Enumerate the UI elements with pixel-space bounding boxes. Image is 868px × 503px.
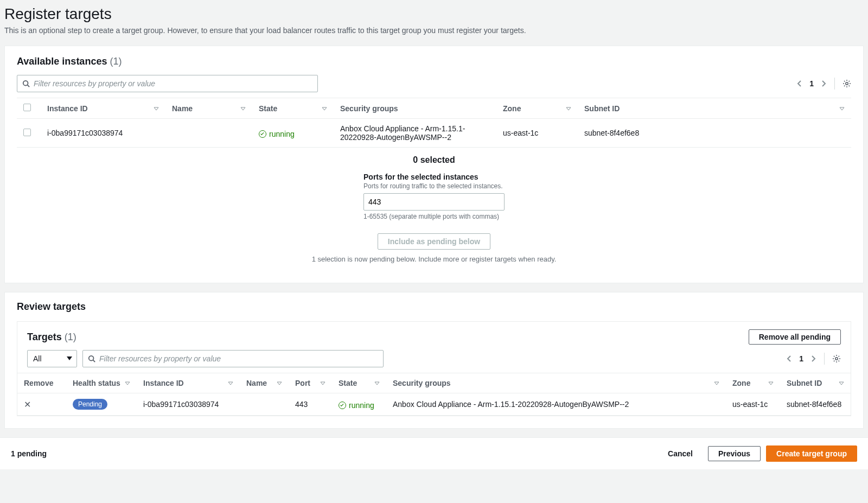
sort-caret-icon[interactable] xyxy=(320,380,326,386)
available-filter-input[interactable] xyxy=(17,75,318,92)
row-checkbox[interactable] xyxy=(23,129,31,136)
svg-marker-8 xyxy=(67,356,72,360)
ports-sublabel: Ports for routing traffic to the selecte… xyxy=(363,182,505,190)
port-cell: 443 xyxy=(289,393,332,416)
remove-row-button[interactable]: ✕ xyxy=(24,399,31,410)
ports-input[interactable] xyxy=(363,193,505,211)
select-all-checkbox[interactable] xyxy=(23,104,31,111)
targets-title: Targets (1) xyxy=(27,332,76,343)
svg-point-2 xyxy=(846,82,848,85)
sort-caret-icon[interactable] xyxy=(154,106,159,111)
ports-label: Ports for the selected instances xyxy=(363,173,505,181)
ports-hint: 1-65535 (separate multiple ports with co… xyxy=(363,213,505,220)
svg-marker-19 xyxy=(839,382,844,385)
previous-button[interactable]: Previous xyxy=(708,446,761,461)
svg-line-1 xyxy=(28,85,30,87)
svg-marker-15 xyxy=(321,382,325,385)
sort-caret-icon[interactable] xyxy=(125,380,130,386)
page-description: This is an optional step to create a tar… xyxy=(4,26,864,35)
sort-caret-icon[interactable] xyxy=(768,380,774,386)
svg-marker-5 xyxy=(322,107,327,110)
footer-bar: 1 pending Cancel Previous Create target … xyxy=(0,437,868,469)
running-status-icon xyxy=(339,402,346,409)
search-icon xyxy=(22,80,30,87)
targets-table: Remove Health status Instance ID Name Po… xyxy=(17,373,851,416)
svg-marker-3 xyxy=(154,107,158,110)
sort-caret-icon[interactable] xyxy=(839,106,845,111)
svg-marker-4 xyxy=(241,107,245,110)
pending-count: 1 pending xyxy=(11,449,47,458)
zone-cell: us-east-1c xyxy=(726,393,780,416)
svg-marker-18 xyxy=(769,382,773,385)
sort-caret-icon[interactable] xyxy=(839,380,844,386)
sort-caret-icon[interactable] xyxy=(240,106,246,111)
next-page-button[interactable] xyxy=(821,80,827,87)
remove-all-pending-button[interactable]: Remove all pending xyxy=(749,329,841,345)
subnet-cell: subnet-8f4ef6e8 xyxy=(780,393,851,416)
instance-id-cell: i-0ba99171c03038974 xyxy=(41,119,165,148)
targets-subpanel: Targets (1) Remove all pending All xyxy=(17,321,851,416)
targets-filter-dropdown[interactable]: All xyxy=(27,350,77,367)
sort-caret-icon[interactable] xyxy=(566,106,571,111)
sort-caret-icon[interactable] xyxy=(228,380,233,386)
health-status-badge: Pending xyxy=(73,399,107,410)
svg-marker-7 xyxy=(840,107,844,110)
svg-line-10 xyxy=(93,360,95,362)
available-instances-panel: Available instances (1) 1 xyxy=(4,46,864,283)
sort-caret-icon[interactable] xyxy=(322,106,327,111)
name-cell xyxy=(240,393,289,416)
zone-cell: us-east-1c xyxy=(496,119,578,148)
page-title: Register targets xyxy=(4,5,864,23)
available-instances-title: Available instances (1) xyxy=(17,56,851,67)
subnet-cell: subnet-8f4ef6e8 xyxy=(578,119,851,148)
security-groups-cell: Anbox Cloud Appliance - Arm-1.15.1-20220… xyxy=(386,393,726,416)
running-status-icon xyxy=(259,130,266,138)
state-cell: running xyxy=(332,393,386,416)
sort-caret-icon[interactable] xyxy=(374,380,380,386)
svg-point-9 xyxy=(89,356,94,361)
security-groups-cell: Anbox Cloud Appliance - Arm-1.15.1-20220… xyxy=(334,119,496,148)
targets-filter-input[interactable] xyxy=(82,350,384,367)
prev-page-button[interactable] xyxy=(786,355,792,362)
table-row[interactable]: i-0ba99171c03038974 running Anbox Cloud … xyxy=(17,119,851,148)
review-targets-title: Review targets xyxy=(5,292,863,313)
create-target-group-button[interactable]: Create target group xyxy=(766,445,857,462)
svg-marker-12 xyxy=(125,382,130,385)
prev-page-button[interactable] xyxy=(796,80,802,87)
cancel-button[interactable]: Cancel xyxy=(658,446,703,461)
svg-point-0 xyxy=(23,81,28,86)
settings-gear-icon[interactable] xyxy=(843,79,851,88)
svg-marker-16 xyxy=(375,382,379,385)
instance-id-cell: i-0ba99171c03038974 xyxy=(137,393,240,416)
available-instances-table: Instance ID Name State Security groups Z… xyxy=(17,98,851,148)
name-cell xyxy=(165,119,252,148)
state-cell: running xyxy=(252,119,334,148)
review-targets-panel: Review targets Targets (1) Remove all pe… xyxy=(4,292,864,429)
svg-marker-6 xyxy=(566,107,571,110)
page-number: 1 xyxy=(809,79,814,88)
svg-marker-14 xyxy=(277,382,282,385)
svg-marker-17 xyxy=(714,382,719,385)
settings-gear-icon[interactable] xyxy=(832,354,841,363)
svg-marker-13 xyxy=(228,382,233,385)
pending-message: 1 selection is now pending below. Includ… xyxy=(17,251,851,273)
include-pending-button[interactable]: Include as pending below xyxy=(378,233,490,250)
search-icon xyxy=(88,355,95,362)
selected-count: 0 selected xyxy=(17,155,851,165)
sort-caret-icon[interactable] xyxy=(277,380,282,386)
page-number: 1 xyxy=(799,354,803,363)
table-row[interactable]: ✕ Pending i-0ba99171c03038974 443 runnin… xyxy=(17,393,851,416)
next-page-button[interactable] xyxy=(811,355,816,362)
svg-point-11 xyxy=(835,358,838,360)
sort-caret-icon[interactable] xyxy=(714,380,719,386)
chevron-down-icon xyxy=(67,356,72,361)
